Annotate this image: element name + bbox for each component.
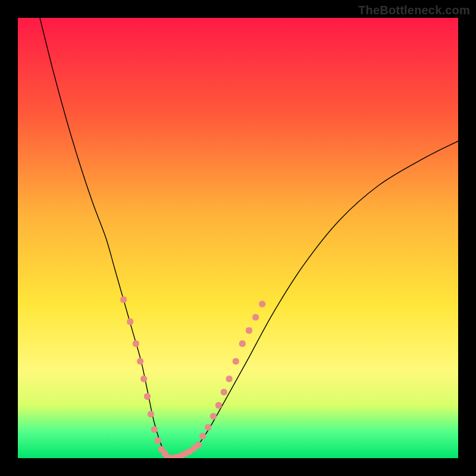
marker-markers_right — [252, 314, 259, 321]
chart-frame: TheBottleneck.com — [0, 0, 476, 476]
marker-markers_left — [127, 318, 133, 325]
marker-markers_right — [205, 424, 211, 431]
marker-markers_left — [133, 340, 139, 347]
marker-markers_left — [137, 358, 143, 365]
marker-markers_right — [221, 389, 227, 396]
chart-svg — [18, 18, 458, 458]
marker-markers_left — [120, 296, 127, 303]
marker-markers_right — [210, 413, 217, 419]
marker-markers_left — [148, 411, 154, 418]
marker-markers_left — [144, 393, 151, 400]
watermark-text: TheBottleneck.com — [358, 4, 470, 17]
gradient-background — [18, 18, 458, 458]
marker-markers_right — [215, 402, 222, 409]
marker-markers_right — [226, 375, 233, 382]
marker-markers_right — [246, 327, 252, 334]
marker-markers_left — [151, 426, 158, 433]
marker-markers_left — [155, 437, 161, 444]
marker-markers_right — [259, 301, 265, 308]
marker-markers_bottom — [195, 441, 202, 448]
marker-markers_right — [239, 340, 246, 347]
marker-markers_left — [140, 375, 147, 382]
marker-markers_right — [233, 358, 239, 365]
marker-markers_right — [199, 433, 206, 440]
plot-area — [18, 18, 458, 458]
